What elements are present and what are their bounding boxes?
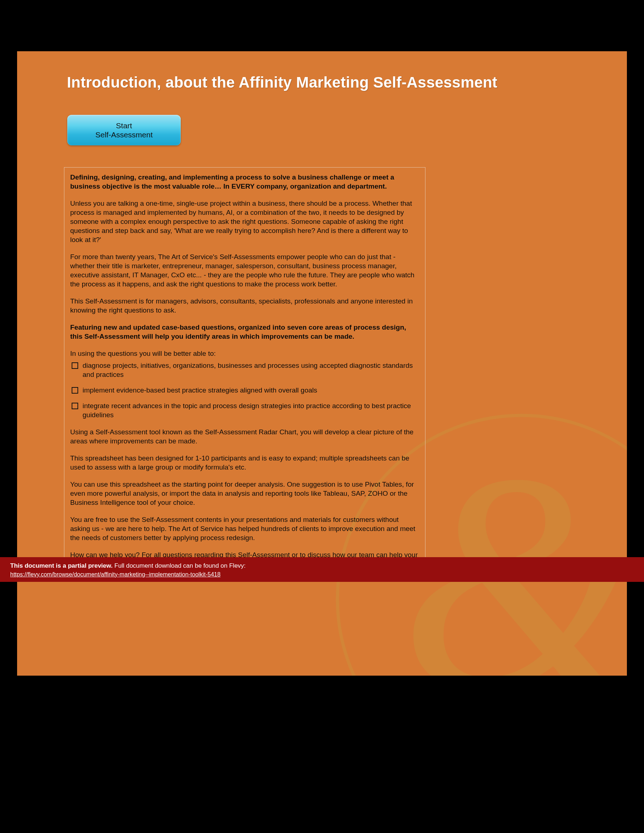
start-self-assessment-button[interactable]: Start Self-Assessment xyxy=(67,115,181,145)
intro-paragraph-2: Unless you are talking a one-time, singl… xyxy=(70,199,419,244)
list-item: implement evidence-based best practice s… xyxy=(70,386,419,395)
intro-paragraph-10: You are free to use the Self-Assessment … xyxy=(70,515,419,542)
list-item: integrate recent advances in the topic a… xyxy=(70,401,419,420)
svg-text:&: & xyxy=(400,409,627,675)
intro-paragraph-8: This spreadsheet has been designed for 1… xyxy=(70,453,419,472)
list-item: diagnose projects, initiatives, organiza… xyxy=(70,361,419,379)
intro-paragraph-4: This Self-Assessment is for managers, ad… xyxy=(70,297,419,315)
start-button-line2: Self-Assessment xyxy=(95,130,153,139)
intro-paragraph-1: Defining, designing, creating, and imple… xyxy=(70,173,419,191)
intro-paragraph-3: For more than twenty years, The Art of S… xyxy=(70,252,419,289)
intro-content-box: Defining, designing, creating, and imple… xyxy=(64,167,425,577)
banner-bold-text: This document is a partial preview. xyxy=(10,562,113,569)
document-page: & Introduction, about the Affinity Marke… xyxy=(17,51,627,675)
start-button-line1: Start xyxy=(116,121,132,130)
intro-paragraph-5: Featuring new and updated case-based que… xyxy=(70,323,419,341)
intro-paragraph-9: You can use this spreadsheet as the star… xyxy=(70,480,419,507)
benefits-list: diagnose projects, initiatives, organiza… xyxy=(70,361,419,420)
preview-banner: This document is a partial preview. Full… xyxy=(0,557,644,582)
page-title: Introduction, about the Affinity Marketi… xyxy=(67,74,497,91)
bullets-lead: In using the questions you will be bette… xyxy=(70,349,419,358)
intro-paragraph-7: Using a Self-Assessment tool known as th… xyxy=(70,428,419,445)
banner-link[interactable]: https://flevy.com/browse/document/affini… xyxy=(10,571,634,579)
banner-rest-text: Full document download can be found on F… xyxy=(114,562,246,569)
